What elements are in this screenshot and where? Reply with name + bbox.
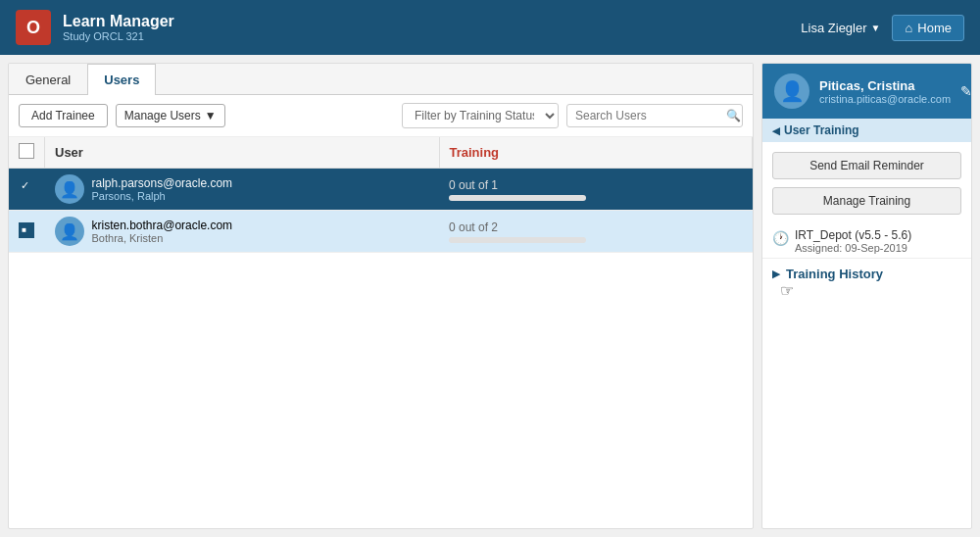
search-icon: 🔍: [726, 109, 741, 122]
row-checkbox[interactable]: [19, 222, 34, 238]
profile-name: Piticas, Cristina: [819, 78, 951, 93]
filter-status-select[interactable]: Filter by Training Status: [402, 103, 559, 128]
progress-label: 0 out of 1: [449, 178, 743, 192]
progress-label: 0 out of 2: [449, 220, 743, 234]
clock-icon: 🕐: [772, 230, 789, 246]
training-history-section: ▶ Training History ☞: [762, 258, 971, 308]
manage-users-caret: ▼: [205, 109, 217, 122]
profile-actions: ✎ 🗑: [960, 83, 972, 99]
avatar: 👤: [55, 174, 84, 204]
table-row[interactable]: 👤 kristen.bothra@oracle.com Bothra, Kris…: [9, 211, 753, 253]
training-history-label: Training History: [786, 267, 883, 281]
header-title: Learn Manager Study ORCL 321: [63, 13, 174, 42]
section-collapse-icon[interactable]: ◀: [772, 125, 780, 136]
row-checkbox-cell: [9, 211, 45, 253]
user-training-label: User Training: [784, 123, 859, 137]
training-date: Assigned: 09-Sep-2019: [795, 242, 911, 254]
app-header: O Learn Manager Study ORCL 321 Lisa Zieg…: [0, 0, 980, 55]
col-training-header: Training: [439, 137, 753, 169]
manage-users-button[interactable]: Manage Users ▼: [116, 104, 225, 127]
user-name: Bothra, Kristen: [92, 232, 233, 244]
add-trainee-button[interactable]: Add Trainee: [19, 104, 108, 127]
row-checkbox-cell: [9, 169, 45, 211]
select-all-checkbox[interactable]: [19, 143, 34, 159]
profile-avatar-icon: 👤: [780, 79, 805, 103]
app-name: Learn Manager: [63, 13, 174, 30]
send-email-reminder-button[interactable]: Send Email Reminder: [772, 152, 961, 179]
home-button[interactable]: ⌂ Home: [892, 15, 964, 41]
main-layout: General Users Add Trainee Manage Users ▼…: [0, 55, 980, 537]
app-logo: O: [16, 10, 51, 45]
col-user-header: User: [45, 137, 440, 169]
avatar-icon: 👤: [60, 180, 79, 199]
table-row[interactable]: 👤 ralph.parsons@oracle.com Parsons, Ralp…: [9, 169, 753, 211]
user-name: Parsons, Ralph: [92, 190, 233, 202]
user-menu[interactable]: Lisa Ziegler ▼: [801, 21, 880, 35]
col-checkbox: [9, 137, 45, 169]
right-panel-content: Send Email Reminder Manage Training: [762, 142, 971, 224]
user-email: ralph.parsons@oracle.com: [92, 176, 233, 190]
user-training-section-header: ◀ User Training: [762, 119, 971, 142]
training-name: IRT_Depot (v5.5 - 5.6): [795, 228, 911, 242]
expand-icon: ▶: [772, 268, 780, 280]
user-email: kristen.bothra@oracle.com: [92, 219, 233, 232]
tab-users[interactable]: Users: [87, 64, 156, 95]
cursor-pointer-indicator: ☞: [780, 281, 794, 300]
edit-profile-icon[interactable]: ✎: [960, 83, 972, 99]
tab-bar: General Users: [9, 64, 753, 95]
training-history-header[interactable]: ▶ Training History: [772, 267, 961, 281]
manage-training-button[interactable]: Manage Training: [772, 187, 961, 215]
row-checkbox[interactable]: [19, 180, 34, 196]
profile-email: cristina.piticas@oracle.com: [819, 93, 951, 105]
toolbar: Add Trainee Manage Users ▼ Filter by Tra…: [9, 95, 753, 137]
progress-bar-bg: [449, 237, 586, 243]
header-right: Lisa Ziegler ▼ ⌂ Home: [801, 15, 964, 41]
user-profile-header: 👤 Piticas, Cristina cristina.piticas@ora…: [762, 64, 971, 119]
profile-avatar: 👤: [774, 73, 809, 109]
header-left: O Learn Manager Study ORCL 321: [16, 10, 174, 45]
user-menu-caret: ▼: [871, 23, 881, 33]
training-cell: 0 out of 1: [439, 169, 753, 211]
search-box: 🔍: [566, 104, 743, 127]
user-table-container: User Training: [9, 137, 753, 528]
avatar: 👤: [55, 217, 84, 246]
user-table: User Training: [9, 137, 753, 253]
study-name: Study ORCL 321: [63, 30, 174, 42]
right-panel: 👤 Piticas, Cristina cristina.piticas@ora…: [761, 63, 972, 529]
avatar-icon: 👤: [60, 222, 79, 241]
left-panel: General Users Add Trainee Manage Users ▼…: [8, 63, 754, 529]
home-icon: ⌂: [905, 21, 912, 35]
training-cell: 0 out of 2: [439, 211, 753, 253]
search-input[interactable]: [575, 109, 722, 122]
user-cell: 👤 kristen.bothra@oracle.com Bothra, Kris…: [45, 211, 440, 253]
tab-general[interactable]: General: [9, 64, 87, 95]
training-item: 🕐 IRT_Depot (v5.5 - 5.6) Assigned: 09-Se…: [762, 224, 971, 258]
progress-bar-bg: [449, 195, 586, 201]
user-cell: 👤 ralph.parsons@oracle.com Parsons, Ralp…: [45, 169, 440, 211]
